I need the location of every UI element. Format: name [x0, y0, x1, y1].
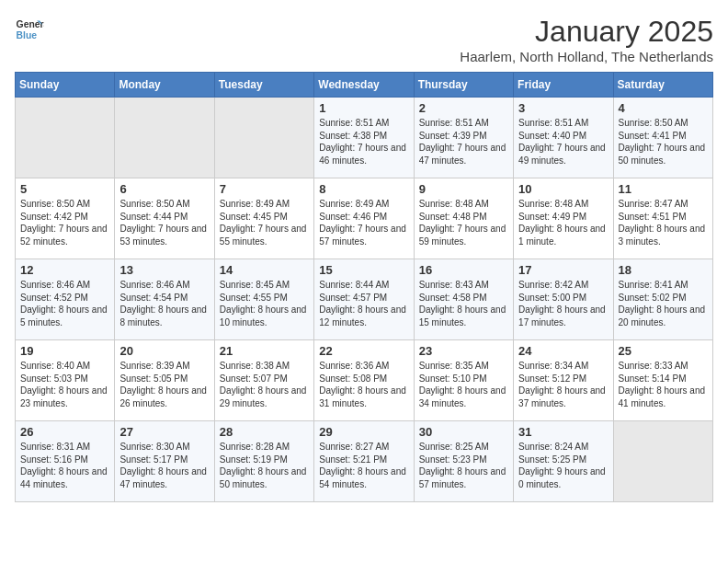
day-info: Sunrise: 8:35 AM Sunset: 5:10 PM Dayligh…: [419, 360, 508, 409]
day-number: 4: [619, 101, 708, 115]
weekday-header-cell: Saturday: [613, 73, 712, 98]
day-info: Sunrise: 8:41 AM Sunset: 5:02 PM Dayligh…: [619, 279, 708, 328]
calendar-week-row: 12Sunrise: 8:46 AM Sunset: 4:52 PM Dayli…: [16, 259, 713, 340]
month-title: January 2025: [460, 15, 713, 49]
calendar-cell: 1Sunrise: 8:51 AM Sunset: 4:38 PM Daylig…: [314, 98, 414, 178]
calendar-cell: 23Sunrise: 8:35 AM Sunset: 5:10 PM Dayli…: [414, 340, 513, 421]
day-number: 25: [619, 344, 708, 358]
day-number: 29: [319, 425, 408, 439]
calendar-body: 1Sunrise: 8:51 AM Sunset: 4:38 PM Daylig…: [16, 98, 713, 502]
day-info: Sunrise: 8:39 AM Sunset: 5:05 PM Dayligh…: [119, 360, 209, 409]
calendar-cell: 8Sunrise: 8:49 AM Sunset: 4:46 PM Daylig…: [314, 178, 414, 259]
calendar-cell: 4Sunrise: 8:50 AM Sunset: 4:41 PM Daylig…: [613, 98, 712, 178]
day-number: 20: [119, 344, 209, 358]
day-number: 30: [419, 425, 508, 439]
day-info: Sunrise: 8:48 AM Sunset: 4:49 PM Dayligh…: [518, 198, 608, 247]
day-info: Sunrise: 8:44 AM Sunset: 4:57 PM Dayligh…: [319, 279, 408, 328]
calendar-cell: 31Sunrise: 8:24 AM Sunset: 5:25 PM Dayli…: [514, 421, 613, 502]
day-number: 22: [319, 344, 408, 358]
day-number: 21: [220, 344, 309, 358]
day-number: 6: [119, 182, 209, 196]
calendar-cell: 28Sunrise: 8:28 AM Sunset: 5:19 PM Dayli…: [214, 421, 313, 502]
title-block: January 2025 Haarlem, North Holland, The…: [460, 15, 713, 64]
page-header: General Blue January 2025 Haarlem, North…: [15, 15, 713, 64]
calendar-cell: 24Sunrise: 8:34 AM Sunset: 5:12 PM Dayli…: [514, 340, 613, 421]
day-info: Sunrise: 8:50 AM Sunset: 4:44 PM Dayligh…: [119, 198, 209, 247]
day-info: Sunrise: 8:43 AM Sunset: 4:58 PM Dayligh…: [419, 279, 508, 328]
day-info: Sunrise: 8:50 AM Sunset: 4:42 PM Dayligh…: [20, 198, 109, 247]
calendar-week-row: 26Sunrise: 8:31 AM Sunset: 5:16 PM Dayli…: [16, 421, 713, 502]
logo: General Blue: [15, 15, 44, 44]
day-number: 9: [419, 182, 508, 196]
calendar-cell: 12Sunrise: 8:46 AM Sunset: 4:52 PM Dayli…: [16, 259, 115, 340]
calendar-cell: 29Sunrise: 8:27 AM Sunset: 5:21 PM Dayli…: [314, 421, 414, 502]
calendar-week-row: 19Sunrise: 8:40 AM Sunset: 5:03 PM Dayli…: [16, 340, 713, 421]
day-info: Sunrise: 8:27 AM Sunset: 5:21 PM Dayligh…: [319, 441, 408, 490]
day-info: Sunrise: 8:46 AM Sunset: 4:54 PM Dayligh…: [119, 279, 209, 328]
day-number: 16: [419, 263, 508, 277]
day-number: 1: [319, 101, 408, 115]
day-number: 13: [119, 263, 209, 277]
day-number: 14: [220, 263, 309, 277]
weekday-header-row: SundayMondayTuesdayWednesdayThursdayFrid…: [16, 73, 713, 98]
calendar-cell: 11Sunrise: 8:47 AM Sunset: 4:51 PM Dayli…: [613, 178, 712, 259]
calendar-cell: 14Sunrise: 8:45 AM Sunset: 4:55 PM Dayli…: [214, 259, 313, 340]
calendar-cell: [16, 98, 115, 178]
day-number: 15: [319, 263, 408, 277]
day-number: 2: [419, 101, 508, 115]
calendar-cell: 20Sunrise: 8:39 AM Sunset: 5:05 PM Dayli…: [115, 340, 214, 421]
svg-text:Blue: Blue: [17, 30, 38, 40]
day-info: Sunrise: 8:50 AM Sunset: 4:41 PM Dayligh…: [619, 117, 708, 167]
calendar-cell: 9Sunrise: 8:48 AM Sunset: 4:48 PM Daylig…: [414, 178, 513, 259]
calendar-cell: 17Sunrise: 8:42 AM Sunset: 5:00 PM Dayli…: [514, 259, 613, 340]
calendar-week-row: 1Sunrise: 8:51 AM Sunset: 4:38 PM Daylig…: [16, 98, 713, 178]
day-info: Sunrise: 8:51 AM Sunset: 4:39 PM Dayligh…: [419, 117, 508, 167]
calendar-cell: [214, 98, 313, 178]
calendar-cell: 5Sunrise: 8:50 AM Sunset: 4:42 PM Daylig…: [16, 178, 115, 259]
calendar-cell: 16Sunrise: 8:43 AM Sunset: 4:58 PM Dayli…: [414, 259, 513, 340]
day-number: 8: [319, 182, 408, 196]
day-info: Sunrise: 8:51 AM Sunset: 4:38 PM Dayligh…: [319, 117, 408, 167]
weekday-header-cell: Friday: [514, 73, 613, 98]
weekday-header-cell: Monday: [115, 73, 214, 98]
calendar-cell: 26Sunrise: 8:31 AM Sunset: 5:16 PM Dayli…: [16, 421, 115, 502]
calendar-table: SundayMondayTuesdayWednesdayThursdayFrid…: [15, 72, 713, 502]
day-info: Sunrise: 8:49 AM Sunset: 4:45 PM Dayligh…: [220, 198, 309, 247]
day-number: 12: [20, 263, 109, 277]
day-number: 10: [518, 182, 608, 196]
weekday-header-cell: Wednesday: [314, 73, 414, 98]
day-info: Sunrise: 8:36 AM Sunset: 5:08 PM Dayligh…: [319, 360, 408, 409]
day-number: 5: [20, 182, 109, 196]
calendar-cell: [613, 421, 712, 502]
location-title: Haarlem, North Holland, The Netherlands: [460, 49, 713, 64]
day-info: Sunrise: 8:49 AM Sunset: 4:46 PM Dayligh…: [319, 198, 408, 247]
calendar-cell: 3Sunrise: 8:51 AM Sunset: 4:40 PM Daylig…: [514, 98, 613, 178]
day-info: Sunrise: 8:40 AM Sunset: 5:03 PM Dayligh…: [20, 360, 109, 409]
calendar-cell: 7Sunrise: 8:49 AM Sunset: 4:45 PM Daylig…: [214, 178, 313, 259]
weekday-header-cell: Thursday: [414, 73, 513, 98]
calendar-cell: 30Sunrise: 8:25 AM Sunset: 5:23 PM Dayli…: [414, 421, 513, 502]
logo-icon: General Blue: [15, 15, 44, 44]
day-info: Sunrise: 8:46 AM Sunset: 4:52 PM Dayligh…: [20, 279, 109, 328]
calendar-cell: 25Sunrise: 8:33 AM Sunset: 5:14 PM Dayli…: [613, 340, 712, 421]
day-number: 26: [20, 425, 109, 439]
weekday-header-cell: Tuesday: [214, 73, 313, 98]
calendar-cell: 21Sunrise: 8:38 AM Sunset: 5:07 PM Dayli…: [214, 340, 313, 421]
day-number: 23: [419, 344, 508, 358]
day-number: 28: [220, 425, 309, 439]
day-number: 3: [518, 101, 608, 115]
calendar-cell: 19Sunrise: 8:40 AM Sunset: 5:03 PM Dayli…: [16, 340, 115, 421]
day-info: Sunrise: 8:48 AM Sunset: 4:48 PM Dayligh…: [419, 198, 508, 247]
calendar-cell: 18Sunrise: 8:41 AM Sunset: 5:02 PM Dayli…: [613, 259, 712, 340]
day-info: Sunrise: 8:45 AM Sunset: 4:55 PM Dayligh…: [220, 279, 309, 328]
day-number: 27: [119, 425, 209, 439]
day-info: Sunrise: 8:38 AM Sunset: 5:07 PM Dayligh…: [220, 360, 309, 409]
day-info: Sunrise: 8:33 AM Sunset: 5:14 PM Dayligh…: [619, 360, 708, 409]
day-number: 17: [518, 263, 608, 277]
day-number: 18: [619, 263, 708, 277]
calendar-cell: 6Sunrise: 8:50 AM Sunset: 4:44 PM Daylig…: [115, 178, 214, 259]
day-number: 7: [220, 182, 309, 196]
calendar-cell: 27Sunrise: 8:30 AM Sunset: 5:17 PM Dayli…: [115, 421, 214, 502]
calendar-week-row: 5Sunrise: 8:50 AM Sunset: 4:42 PM Daylig…: [16, 178, 713, 259]
day-number: 31: [518, 425, 608, 439]
